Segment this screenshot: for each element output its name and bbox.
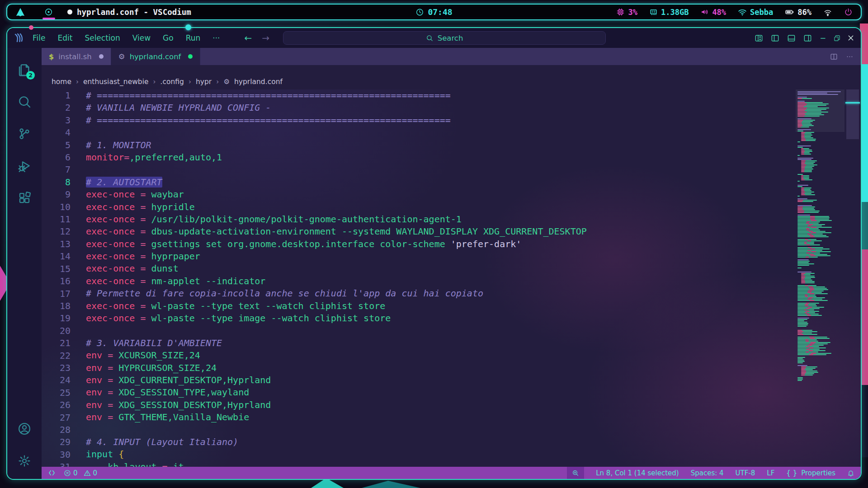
clock-module[interactable]: 07:48: [415, 7, 452, 17]
line-number: 22: [42, 350, 71, 362]
activitybar-extensions[interactable]: [14, 188, 34, 208]
cpu-module[interactable]: 3%: [616, 8, 637, 17]
battery-module[interactable]: 86%: [785, 7, 811, 17]
minimap-row: [797, 308, 820, 309]
cpu-icon: [616, 8, 625, 16]
code-line: env = GTK_THEME,Vanilla_Newbie: [86, 411, 587, 423]
menu-item-[interactable]: ···: [212, 33, 220, 42]
customize-layout-icon[interactable]: [755, 34, 763, 42]
token: monitor: [86, 152, 124, 163]
cursor-position[interactable]: Ln 8, Col 1 (14 selected): [596, 469, 679, 477]
minimap-row: [801, 277, 815, 278]
line-number: 16: [42, 275, 71, 287]
close-icon[interactable]: [847, 34, 854, 42]
minimap-row: [797, 262, 809, 263]
token: =: [135, 226, 151, 237]
minimap-row: [797, 118, 811, 119]
menu-item-run[interactable]: Run: [186, 33, 201, 42]
encoding[interactable]: UTF-8: [736, 469, 755, 477]
activitybar-settings[interactable]: [14, 451, 34, 471]
code-line: # ======================================…: [86, 89, 587, 102]
menu-item-edit[interactable]: Edit: [57, 33, 72, 42]
breadcrumb-item-hypr[interactable]: hypr: [196, 78, 212, 86]
minimap-row: [797, 243, 814, 244]
line-number: 14: [42, 250, 71, 263]
token: it: [173, 461, 184, 467]
signal-module[interactable]: [823, 8, 832, 17]
token: =: [102, 362, 118, 373]
toggle-secondary-sidebar-icon[interactable]: [803, 34, 812, 42]
workspace-indicator[interactable]: [44, 8, 53, 16]
minimap-row: [797, 94, 838, 95]
activitybar-run-debug[interactable]: [14, 156, 34, 176]
search-icon: [426, 34, 434, 42]
minimize-icon[interactable]: [820, 34, 827, 42]
power-module[interactable]: [844, 8, 853, 16]
problems-indicator[interactable]: 0 0: [64, 469, 97, 477]
minimap-row: [797, 250, 822, 251]
restore-icon[interactable]: [834, 35, 840, 42]
toggle-panel-icon[interactable]: [787, 34, 796, 42]
line-number: 18: [42, 300, 71, 312]
minimap-row: [797, 116, 820, 117]
breadcrumb-item-enthusiast_newbie[interactable]: enthusiast_newbie: [83, 78, 149, 86]
minimap-row: [801, 151, 812, 152]
activitybar-search[interactable]: [14, 92, 34, 112]
more-actions-icon[interactable]: [846, 53, 854, 61]
breadcrumb-item-hyprland.conf[interactable]: hyprland.conf: [234, 78, 283, 86]
eol-sequence[interactable]: LF: [767, 469, 774, 477]
menu-item-view[interactable]: View: [132, 33, 151, 42]
menu-item-file[interactable]: File: [33, 33, 45, 42]
minimap-row: [797, 314, 819, 314]
minimap[interactable]: [797, 91, 843, 389]
toggle-sidebar-icon[interactable]: [771, 34, 779, 42]
menu-item-selection[interactable]: Selection: [85, 33, 120, 42]
notifications-bell-icon[interactable]: [847, 469, 861, 477]
workspace-icon: [44, 8, 53, 16]
token: =: [102, 350, 118, 361]
code-editor[interactable]: 1234567891011121314151617181920212223242…: [42, 89, 861, 467]
code-line: monitor=,preferred,auto,1: [86, 151, 587, 164]
breadcrumb-item-home[interactable]: home: [52, 78, 71, 86]
zoom-indicator[interactable]: [567, 467, 584, 479]
minimap-row: [797, 105, 826, 106]
activitybar-account[interactable]: [14, 419, 34, 439]
tab-hyprland.conf[interactable]: ⚙hyprland.conf: [111, 48, 201, 65]
token: =: [124, 152, 129, 163]
code-line: exec-once = hyprpaper: [86, 250, 587, 263]
minimap-row: [801, 163, 814, 164]
search-placeholder: Search: [438, 34, 463, 42]
line-number: 19: [42, 312, 71, 324]
back-arrow-icon[interactable]: ←: [244, 33, 252, 43]
memory-module[interactable]: 1.38GB: [649, 8, 689, 17]
wifi-module[interactable]: Sebba: [738, 8, 773, 17]
language-mode[interactable]: { } Properties: [786, 469, 835, 477]
minimap-row: [797, 99, 843, 100]
minimap-row: [797, 269, 843, 270]
command-search-input[interactable]: Search: [283, 31, 606, 45]
activitybar-source-control[interactable]: [14, 124, 34, 144]
forward-arrow-icon[interactable]: →: [262, 33, 269, 43]
minimap-row: [797, 295, 816, 296]
remote-indicator[interactable]: [48, 469, 56, 477]
scrollbar-thumb[interactable]: [846, 89, 859, 139]
minimap-row: [797, 239, 816, 240]
activitybar-explorer[interactable]: 2: [14, 60, 34, 80]
vertical-scrollbar[interactable]: [845, 89, 860, 467]
menu-item-go[interactable]: Go: [163, 33, 174, 42]
breadcrumb-item-.config[interactable]: .config: [160, 78, 184, 86]
minimap-row: [797, 143, 843, 144]
tab-install.sh[interactable]: $install.sh: [42, 48, 111, 65]
code-content[interactable]: # ======================================…: [86, 89, 587, 467]
indentation[interactable]: Spaces: 4: [691, 469, 724, 477]
minimap-row: [801, 160, 817, 161]
volume-module[interactable]: 48%: [700, 8, 726, 17]
minimap-row: [797, 223, 819, 224]
minimap-row: [797, 101, 805, 102]
window-title-text: hyprland.conf - VSCodium: [77, 8, 191, 17]
vscodium-logo-icon[interactable]: [14, 33, 24, 43]
split-editor-icon[interactable]: [830, 53, 838, 61]
arch-logo-icon[interactable]: [15, 7, 25, 17]
minimap-row: [797, 354, 826, 355]
token: =: [135, 313, 151, 324]
